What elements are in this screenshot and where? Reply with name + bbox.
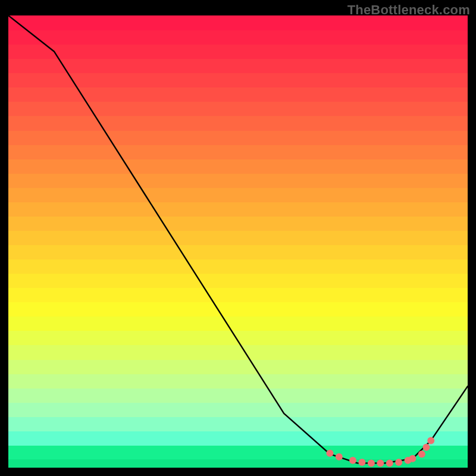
highlight-dot [368,459,375,466]
highlight-dot [395,459,402,466]
highlight-dot [349,457,356,464]
highlight-dot [358,459,365,466]
highlight-dot [326,450,333,457]
plot-area [8,15,468,468]
highlight-dot [427,437,434,444]
highlight-dot [386,459,393,466]
highlight-dot [418,450,425,458]
highlight-dot [423,444,430,451]
highlight-dot [336,453,343,461]
highlight-dot [409,455,416,462]
watermark-text: TheBottleneck.com [347,2,470,18]
highlight-dot [377,459,384,466]
highlight-dots [8,15,468,468]
chart-stage: TheBottleneck.com [0,0,476,476]
